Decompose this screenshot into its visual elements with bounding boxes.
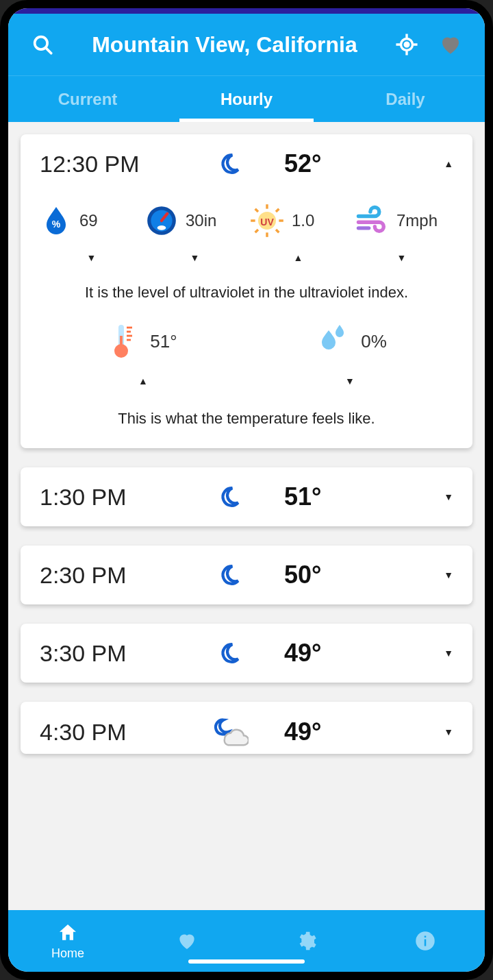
search-button[interactable] [27,29,58,60]
hour-time: 4:30 PM [40,719,202,746]
hour-card[interactable]: 3:30 PM 49° ▼ [21,624,472,683]
hour-temp: 51° [257,482,419,511]
svg-line-18 [276,230,279,232]
status-bar [8,8,485,14]
hour-card[interactable]: 1:30 PM 51° ▼ [21,467,472,526]
hour-time: 12:30 PM [40,151,202,177]
svg-point-3 [405,42,409,47]
chevron-down-icon[interactable]: ▼ [350,252,453,263]
chevron-down-icon[interactable]: ▼ [246,376,453,387]
moon-icon [218,563,241,587]
svg-rect-31 [425,936,427,938]
humidity-icon: % [40,204,73,237]
hour-time: 3:30 PM [40,640,202,667]
hour-temp: 49° [257,718,419,746]
moon-icon [218,641,241,665]
raindrops-icon [316,322,350,360]
svg-rect-30 [425,940,427,946]
tab-hourly[interactable]: Hourly [167,76,326,122]
tab-daily[interactable]: Daily [326,76,485,122]
hourly-list[interactable]: 12:30 PM 52° ▲ % 69 30in [8,122,485,910]
metric-wind[interactable]: 7mph [354,203,453,238]
uv-hint-text: It is the level of ultraviolet in the ul… [40,284,453,302]
wind-icon [354,203,390,238]
svg-text:UV: UV [260,217,274,228]
home-icon [57,922,79,944]
hour-temp: 50° [257,561,419,589]
search-icon [31,33,54,56]
hour-card-expanded[interactable]: 12:30 PM 52° ▲ % 69 30in [21,134,472,448]
metric-carets: ▼ ▼ ▲ ▼ [40,252,453,263]
thermometer-icon [106,322,139,360]
svg-line-20 [276,209,279,212]
metric2-carets: ▲ ▼ [40,376,453,387]
metric-humidity[interactable]: % 69 [40,203,139,238]
gear-icon [295,930,317,952]
moon-cloud-icon [210,717,249,747]
collapse-caret[interactable]: ▲ [419,158,453,169]
hour-card[interactable]: 4:30 PM 49° ▼ [21,702,472,754]
svg-line-17 [255,209,258,212]
expand-caret[interactable]: ▼ [419,569,453,580]
chevron-down-icon[interactable]: ▼ [40,252,143,263]
location-title: Mountain View, California [71,32,378,58]
condition-icon-slot [202,152,257,175]
app-header: Mountain View, California Current Hourly… [8,14,485,122]
info-icon [415,931,435,951]
svg-line-1 [47,49,51,53]
metric-precip[interactable]: 0% [249,322,453,360]
moon-icon [218,152,241,175]
precip-value: 0% [361,331,387,352]
hour-time: 2:30 PM [40,562,202,589]
wind-value: 7mph [396,211,438,230]
chevron-up-icon[interactable]: ▲ [246,252,350,263]
svg-point-0 [35,37,47,49]
expand-caret[interactable]: ▼ [419,648,453,659]
nav-home-label: Home [51,946,84,961]
expand-caret[interactable]: ▼ [419,726,453,737]
hour-time: 1:30 PM [40,484,202,511]
uv-icon: UV [249,203,285,238]
metric-uv[interactable]: UV 1.0 [249,203,349,238]
tab-current[interactable]: Current [8,76,167,122]
humidity-value: 69 [79,211,98,230]
heart-icon [176,930,198,952]
feelslike-value: 51° [150,331,177,352]
heart-icon [438,32,463,57]
expand-caret[interactable]: ▼ [419,491,453,502]
hour-temp: 52° [257,149,419,178]
metric-pressure[interactable]: 30in [144,203,244,238]
svg-line-19 [255,230,258,232]
forecast-tabs: Current Hourly Daily [8,75,485,122]
uv-value: 1.0 [292,211,314,230]
gauge-icon [144,204,179,238]
feelslike-hint-text: This is what the temperature feels like. [40,410,453,428]
chevron-down-icon[interactable]: ▼ [143,252,246,263]
nav-info[interactable] [366,910,485,972]
pressure-value: 30in [186,211,216,230]
hour-card[interactable]: 2:30 PM 50° ▼ [21,546,472,604]
metric-feelslike[interactable]: 51° [40,322,244,360]
moon-icon [218,485,241,509]
svg-point-11 [157,225,166,230]
hour-temp: 49° [257,639,419,667]
nav-home[interactable]: Home [8,910,127,972]
chevron-up-icon[interactable]: ▲ [40,376,246,387]
locate-button[interactable] [392,29,422,60]
favorite-button[interactable] [435,29,466,60]
crosshair-icon [395,33,418,56]
svg-text:%: % [52,219,61,230]
svg-rect-24 [120,336,123,350]
home-indicator[interactable] [188,959,305,964]
